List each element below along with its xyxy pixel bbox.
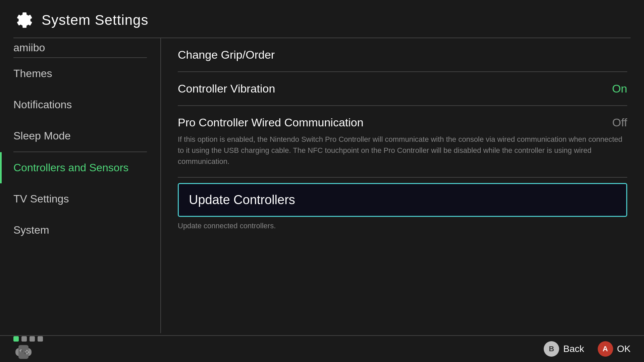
pro-controller-value: Off bbox=[612, 116, 627, 129]
sidebar-item-themes[interactable]: Themes bbox=[0, 58, 160, 89]
footer: B Back A OK bbox=[0, 335, 644, 362]
sidebar-item-tv-settings[interactable]: TV Settings bbox=[0, 183, 160, 215]
svg-point-8 bbox=[26, 353, 28, 355]
gear-icon bbox=[13, 9, 35, 31]
dot-2 bbox=[21, 336, 27, 342]
ok-button[interactable]: A OK bbox=[598, 341, 631, 357]
update-controllers-wrapper: Update Controllers Update connected cont… bbox=[178, 183, 627, 234]
controller-vibration-value: On bbox=[612, 82, 627, 95]
svg-point-7 bbox=[28, 351, 30, 353]
back-button[interactable]: B Back bbox=[544, 341, 584, 357]
content-item-change-grip: Change Grip/Order bbox=[178, 38, 627, 72]
dot-1 bbox=[13, 336, 19, 342]
footer-left bbox=[13, 336, 43, 362]
page-indicator bbox=[13, 336, 43, 342]
sidebar: amiibo Themes Notifications Sleep Mode C… bbox=[0, 38, 161, 333]
svg-point-10 bbox=[24, 352, 26, 354]
svg-rect-2 bbox=[18, 345, 29, 359]
main-layout: amiibo Themes Notifications Sleep Mode C… bbox=[0, 38, 644, 333]
sidebar-item-sleep-mode[interactable]: Sleep Mode bbox=[0, 120, 160, 152]
dot-3 bbox=[30, 336, 35, 342]
a-button-circle: A bbox=[598, 341, 613, 357]
dot-4 bbox=[38, 336, 43, 342]
sidebar-item-amiibo[interactable]: amiibo bbox=[0, 42, 160, 57]
content-area: Change Grip/Order Controller Vibration O… bbox=[161, 38, 644, 333]
sidebar-item-notifications[interactable]: Notifications bbox=[0, 89, 160, 120]
controller-icon bbox=[13, 344, 34, 360]
content-item-controller-vibration[interactable]: Controller Vibration On bbox=[178, 72, 627, 106]
sidebar-item-system[interactable]: System bbox=[0, 215, 160, 246]
content-item-pro-controller-wired[interactable]: Pro Controller Wired Communication Off I… bbox=[178, 106, 627, 178]
svg-point-5 bbox=[26, 350, 28, 352]
sidebar-item-controllers[interactable]: Controllers and Sensors bbox=[0, 152, 160, 183]
header: System Settings bbox=[0, 0, 644, 38]
update-controllers-description: Update connected controllers. bbox=[178, 222, 627, 234]
svg-point-9 bbox=[21, 350, 23, 352]
footer-right: B Back A OK bbox=[544, 341, 631, 357]
update-controllers-button[interactable]: Update Controllers bbox=[178, 183, 627, 217]
pro-controller-description: If this option is enabled, the Nintendo … bbox=[178, 134, 627, 167]
page-title: System Settings bbox=[42, 12, 148, 28]
b-button-circle: B bbox=[544, 341, 559, 357]
